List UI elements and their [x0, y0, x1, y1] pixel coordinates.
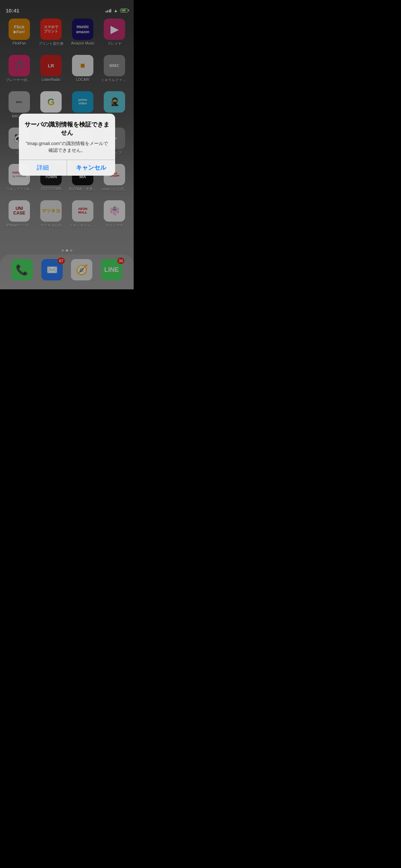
alert-buttons: 詳細 キャンセル — [19, 160, 115, 176]
alert-content: サーバの識別情報を検証できません "imap.gmail.com"の識別情報をメ… — [19, 114, 115, 160]
alert-message: "imap.gmail.com"の識別情報をメールで確認できません。 — [25, 140, 109, 154]
alert-detail-button[interactable]: 詳細 — [19, 160, 67, 176]
alert-overlay: サーバの識別情報を検証できません "imap.gmail.com"の識別情報をメ… — [0, 0, 134, 289]
alert-cancel-button[interactable]: キャンセル — [67, 160, 115, 176]
alert-dialog: サーバの識別情報を検証できません "imap.gmail.com"の識別情報をメ… — [19, 114, 115, 176]
alert-title: サーバの識別情報を検証できません — [25, 121, 109, 137]
